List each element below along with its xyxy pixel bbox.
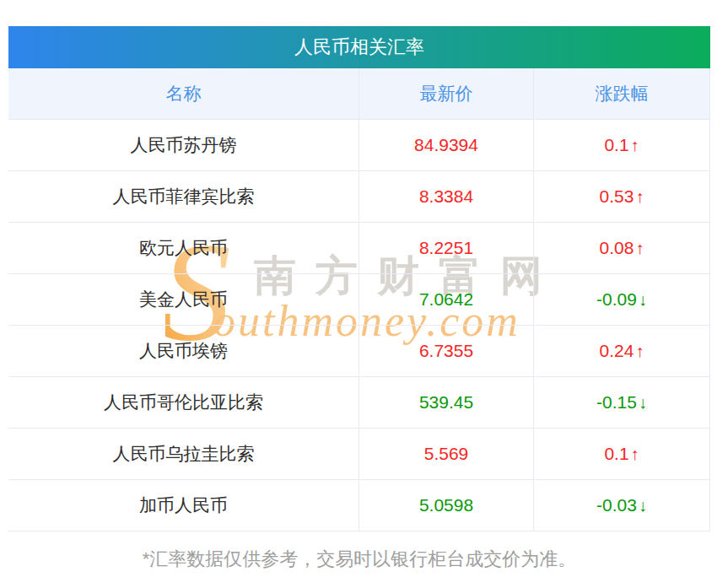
latest-price: 6.7355 bbox=[358, 326, 533, 376]
change-value: -0.03 bbox=[596, 495, 637, 515]
currency-pair-name: 人民币乌拉圭比索 bbox=[8, 429, 358, 479]
change-value: 0.08 bbox=[600, 238, 634, 258]
currency-pair-name: 人民币哥伦比亚比索 bbox=[8, 377, 358, 428]
down-arrow-icon: ↓ bbox=[639, 496, 647, 515]
disclaimer-footnote: *汇率数据仅供参考，交易时以银行柜台成交价为准。 bbox=[8, 547, 710, 572]
latest-price: 5.569 bbox=[358, 429, 533, 479]
change-value: 0.1 bbox=[604, 444, 628, 464]
up-arrow-icon: ↑ bbox=[635, 239, 644, 258]
table-title: 人民币相关汇率 bbox=[8, 26, 710, 68]
down-arrow-icon: ↓ bbox=[639, 290, 647, 310]
latest-price: 5.0598 bbox=[358, 480, 533, 531]
change-percent: -0.03↓ bbox=[533, 480, 710, 531]
currency-pair-name: 加币人民币 bbox=[8, 480, 358, 531]
change-value: 0.24 bbox=[600, 341, 634, 361]
page: S 南方财富网 outhmoney.com 人民币相关汇率 名称 最新价 涨跌幅… bbox=[0, 0, 717, 588]
table-row: 人民币乌拉圭比索 5.569 0.1↑ bbox=[8, 429, 710, 480]
table-row: 人民币哥伦比亚比索 539.45 -0.15↓ bbox=[8, 377, 710, 429]
column-header-price: 最新价 bbox=[358, 68, 533, 119]
change-percent: 0.08↑ bbox=[533, 223, 710, 273]
latest-price: 539.45 bbox=[358, 377, 533, 428]
latest-price: 8.2251 bbox=[358, 223, 533, 273]
latest-price: 7.0642 bbox=[358, 274, 533, 325]
change-value: 0.1 bbox=[604, 135, 628, 155]
down-arrow-icon: ↓ bbox=[639, 393, 647, 413]
column-header-change: 涨跌幅 bbox=[533, 68, 710, 119]
change-percent: -0.09↓ bbox=[533, 274, 710, 325]
table-row: 美金人民币 7.0642 -0.09↓ bbox=[8, 274, 710, 326]
latest-price: 8.3384 bbox=[358, 171, 533, 222]
change-value: -0.15 bbox=[596, 392, 637, 413]
table-row: 人民币埃镑 6.7355 0.24↑ bbox=[8, 326, 710, 377]
latest-price: 84.9394 bbox=[358, 120, 533, 170]
table-header-row: 名称 最新价 涨跌幅 bbox=[8, 68, 710, 120]
change-percent: -0.15↓ bbox=[533, 377, 710, 428]
up-arrow-icon: ↑ bbox=[635, 187, 644, 207]
change-value: -0.09 bbox=[596, 289, 637, 310]
change-percent: 0.24↑ bbox=[533, 326, 710, 376]
table-row: 加币人民币 5.0598 -0.03↓ bbox=[8, 480, 710, 531]
up-arrow-icon: ↑ bbox=[631, 136, 639, 155]
table-row: 人民币苏丹镑 84.9394 0.1↑ bbox=[8, 120, 710, 171]
table-row: 欧元人民币 8.2251 0.08↑ bbox=[8, 223, 710, 274]
change-value: 0.53 bbox=[600, 186, 634, 207]
currency-pair-name: 人民币埃镑 bbox=[8, 326, 358, 376]
change-percent: 0.53↑ bbox=[533, 171, 710, 222]
currency-pair-name: 人民币苏丹镑 bbox=[8, 120, 358, 170]
column-header-name: 名称 bbox=[8, 68, 358, 119]
exchange-rate-table: 人民币相关汇率 名称 最新价 涨跌幅 人民币苏丹镑 84.9394 0.1↑ 人… bbox=[8, 26, 710, 531]
currency-pair-name: 人民币菲律宾比索 bbox=[8, 171, 358, 222]
change-percent: 0.1↑ bbox=[533, 120, 710, 170]
up-arrow-icon: ↑ bbox=[631, 445, 639, 464]
table-row: 人民币菲律宾比索 8.3384 0.53↑ bbox=[8, 171, 710, 223]
change-percent: 0.1↑ bbox=[533, 429, 710, 479]
currency-pair-name: 美金人民币 bbox=[8, 274, 358, 325]
up-arrow-icon: ↑ bbox=[635, 342, 644, 361]
currency-pair-name: 欧元人民币 bbox=[8, 223, 358, 273]
